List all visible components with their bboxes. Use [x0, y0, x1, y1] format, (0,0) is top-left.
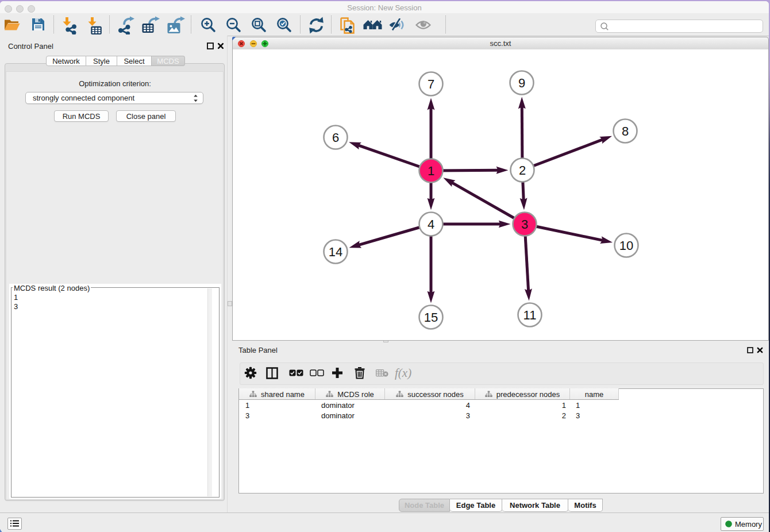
- svg-text:11: 11: [523, 308, 537, 322]
- svg-text:14: 14: [329, 245, 342, 259]
- svg-text:3: 3: [521, 217, 528, 232]
- svg-text:8: 8: [622, 124, 629, 138]
- svg-text:2: 2: [519, 163, 526, 178]
- svg-text:9: 9: [518, 76, 525, 90]
- svg-text:15: 15: [424, 310, 438, 325]
- svg-text:4: 4: [428, 217, 434, 232]
- svg-text:1: 1: [428, 164, 434, 178]
- svg-text:6: 6: [332, 130, 339, 145]
- svg-text:10: 10: [619, 238, 633, 253]
- svg-text:7: 7: [428, 77, 434, 91]
